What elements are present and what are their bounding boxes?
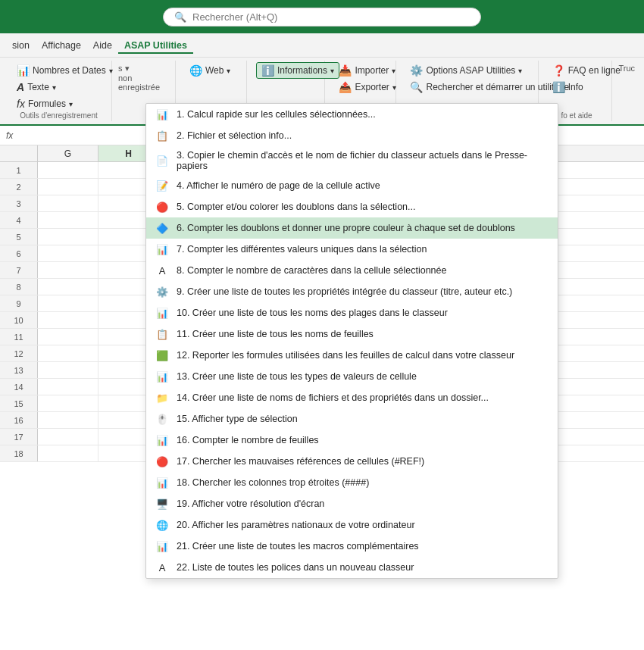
dropdown-item-1[interactable]: 📊1. Calcul rapide sur les cellules sélec… — [146, 104, 558, 125]
grid-cell[interactable] — [38, 229, 98, 245]
texte-label: Texte — [27, 82, 49, 92]
dropdown-item-icon-11: 📋 — [155, 327, 169, 341]
dropdown-item-text-13: 13. Créer une liste de tous les types de… — [177, 371, 549, 382]
web-icon: 🌐 — [189, 64, 202, 77]
grid-cell[interactable] — [38, 262, 98, 278]
faq-icon: ❓ — [552, 64, 565, 77]
dropdown-item-8[interactable]: A8. Compter le nombre de caractères dans… — [146, 260, 558, 281]
row-num-7: 7 — [0, 262, 38, 278]
informations-button[interactable]: ℹ️ Informations ▾ — [256, 62, 339, 79]
faq-button[interactable]: ❓ FAQ en ligne — [548, 62, 625, 79]
row-num-6: 6 — [0, 245, 38, 261]
dropdown-item-13[interactable]: 📊13. Créer une liste de tous les types d… — [146, 366, 558, 387]
grid-cell[interactable] — [38, 345, 98, 361]
dropdown-item-2[interactable]: 📋2. Fichier et sélection info... — [146, 125, 558, 146]
dropdown-item-20[interactable]: 🌐20. Afficher les paramètres nationaux d… — [146, 514, 558, 536]
dropdown-item-21[interactable]: 📊21. Créer une liste de toutes les macro… — [146, 536, 558, 557]
grid-cell[interactable] — [38, 412, 98, 428]
dropdown-item-text-21: 21. Créer une liste de toutes les macros… — [177, 541, 549, 552]
dropdown-item-22[interactable]: A22. Liste de toutes les polices dans un… — [146, 557, 558, 578]
menu-item-affichage[interactable]: Affichage — [36, 37, 87, 54]
dropdown-item-18[interactable]: 📊18. Chercher les colonnes trop étroites… — [146, 472, 558, 493]
ribbon-group-outils: 📊 Nombres et Dates ▾ A Texte ▾ fx Formul… — [6, 61, 112, 121]
dropdown-item-text-2: 2. Fichier et sélection info... — [177, 130, 549, 141]
dropdown-item-text-1: 1. Calcul rapide sur les cellules sélect… — [177, 109, 549, 120]
dropdown-item-text-3: 3. Copier le chemin d'accès et le nom de… — [177, 150, 549, 171]
dropdown-item-text-15: 15. Afficher type de sélection — [177, 414, 549, 424]
texte-button[interactable]: A Texte ▾ — [12, 79, 61, 95]
info-icon: ℹ️ — [552, 81, 565, 93]
row-num-4: 4 — [0, 212, 38, 228]
dropdown-item-16[interactable]: 📊16. Compter le nombre de feuilles — [146, 430, 558, 451]
dropdown-item-5[interactable]: 🔴5. Compter et/ou colorer les doublons d… — [146, 196, 558, 217]
web-button[interactable]: 🌐 Web ▾ — [185, 62, 235, 79]
grid-cell[interactable] — [38, 212, 98, 228]
grid-cell[interactable] — [38, 429, 98, 445]
row-num-16: 16 — [0, 412, 38, 428]
exporter-chevron: ▾ — [392, 83, 396, 92]
dropdown-item-icon-18: 📊 — [155, 476, 169, 489]
dropdown-item-10[interactable]: 📊10. Créer une liste de tous les noms de… — [146, 302, 558, 323]
dropdown-item-9[interactable]: ⚙️9. Créer une liste de toutes les propr… — [146, 281, 558, 302]
dropdown-item-text-14: 14. Créer une liste de noms de fichiers … — [177, 392, 549, 403]
dropdown-item-icon-6: 🔷 — [155, 221, 169, 235]
not-recorded-label: non enregistrée — [118, 73, 172, 92]
texte-chevron: ▾ — [52, 83, 56, 92]
row-num-1: 1 — [0, 162, 38, 178]
row-num-8: 8 — [0, 279, 38, 295]
recording-label: s ▾ — [118, 64, 172, 73]
info-button[interactable]: ℹ️ Info — [548, 79, 588, 95]
dropdown-item-17[interactable]: 🔴17. Chercher les mauvaises références d… — [146, 451, 558, 472]
dropdown-item-icon-20: 🌐 — [155, 518, 169, 532]
formules-button[interactable]: fx Formules ▾ — [12, 95, 77, 112]
texte-icon: A — [17, 81, 24, 93]
nombres-dates-button[interactable]: 📊 Nombres et Dates ▾ — [12, 62, 117, 79]
menu-item-sion[interactable]: sion — [6, 37, 36, 54]
grid-cell[interactable] — [38, 395, 98, 411]
dropdown-item-icon-15: 🖱️ — [155, 412, 169, 426]
menu-item-aide[interactable]: Aide — [87, 37, 118, 54]
dropdown-item-7[interactable]: 📊7. Compter les différentes valeurs uniq… — [146, 239, 558, 260]
grid-cell[interactable] — [38, 162, 98, 178]
grid-cell[interactable] — [38, 445, 98, 461]
grid-cell[interactable] — [38, 379, 98, 395]
dropdown-item-15[interactable]: 🖱️15. Afficher type de sélection — [146, 408, 558, 430]
grid-cell[interactable] — [38, 312, 98, 328]
dropdown-item-12[interactable]: 🟩12. Reporter les formules utilisées dan… — [146, 345, 558, 366]
dropdown-item-icon-5: 🔴 — [155, 200, 169, 214]
dropdown-item-icon-2: 📋 — [155, 129, 169, 142]
grid-cell[interactable] — [38, 245, 98, 261]
options-icon: ⚙️ — [410, 64, 423, 77]
importer-button[interactable]: 📥 Importer ▾ — [334, 62, 400, 79]
dropdown-item-text-19: 19. Afficher votre résolution d'écran — [177, 498, 549, 509]
exporter-button[interactable]: 📤 Exporter ▾ — [334, 79, 400, 95]
grid-cell[interactable] — [38, 362, 98, 378]
grid-cell[interactable] — [38, 279, 98, 295]
grid-cell[interactable] — [38, 329, 98, 345]
search-input-wrap[interactable]: 🔍 — [163, 8, 481, 27]
dropdown-item-text-8: 8. Compter le nombre de caractères dans … — [177, 265, 549, 276]
dropdown-item-icon-10: 📊 — [155, 306, 169, 320]
options-chevron: ▾ — [518, 67, 522, 75]
menu-item-asap-utilities[interactable]: ASAP Utilities — [118, 37, 193, 54]
dropdown-item-text-5: 5. Compter et/ou colorer les doublons da… — [177, 202, 549, 212]
grid-cell[interactable] — [38, 195, 98, 211]
search-icon: 🔍 — [174, 11, 186, 23]
dropdown-item-11[interactable]: 📋11. Créer une liste de tous les noms de… — [146, 323, 558, 345]
dropdown-item-text-11: 11. Créer une liste de tous les noms de … — [177, 329, 549, 339]
dropdown-item-4[interactable]: 📝4. Afficher le numéro de page de la cel… — [146, 175, 558, 196]
dropdown-item-14[interactable]: 📁14. Créer une liste de noms de fichiers… — [146, 387, 558, 408]
formules-chevron: ▾ — [69, 100, 73, 108]
dropdown-item-3[interactable]: 📄3. Copier le chemin d'accès et le nom d… — [146, 146, 558, 175]
grid-cell[interactable] — [38, 295, 98, 311]
informations-dropdown: 📊1. Calcul rapide sur les cellules sélec… — [145, 103, 558, 579]
grid-cell[interactable] — [38, 179, 98, 195]
dropdown-item-text-7: 7. Compter les différentes valeurs uniqu… — [177, 244, 549, 255]
row-num-9: 9 — [0, 295, 38, 311]
informations-label: Informations — [277, 65, 327, 76]
search-input[interactable] — [192, 11, 470, 23]
dropdown-item-text-17: 17. Chercher les mauvaises références de… — [177, 456, 549, 467]
options-asap-button[interactable]: ⚙️ Options ASAP Utilities ▾ — [405, 62, 527, 79]
dropdown-item-6[interactable]: 🔷6. Compter les doublons et donner une p… — [146, 217, 558, 239]
dropdown-item-19[interactable]: 🖥️19. Afficher votre résolution d'écran — [146, 493, 558, 514]
